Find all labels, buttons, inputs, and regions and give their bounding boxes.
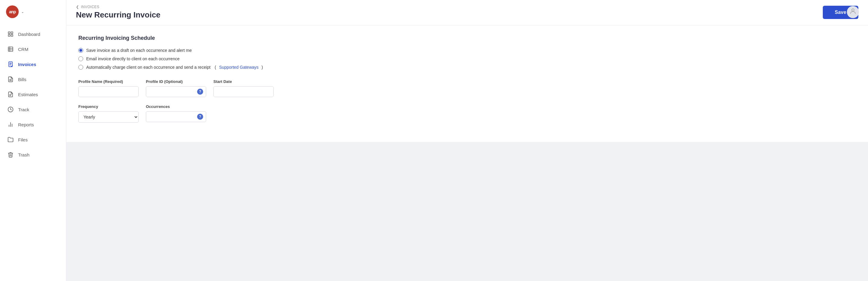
- radio-email-label: Email invoice directly to client on each…: [86, 56, 180, 61]
- svg-rect-4: [8, 47, 13, 52]
- sidebar-item-label-files: Files: [18, 137, 28, 142]
- radio-group: Save invoice as a draft on each occurren…: [79, 48, 856, 70]
- sidebar-item-files[interactable]: Files: [0, 132, 66, 147]
- sidebar-item-trash[interactable]: Trash: [0, 147, 66, 162]
- avatar-icon: [849, 7, 857, 17]
- sidebar-item-label-crm: CRM: [18, 47, 28, 52]
- profile-name-input[interactable]: [79, 86, 138, 97]
- radio-option-email[interactable]: Email invoice directly to client on each…: [79, 56, 856, 61]
- logo-icon: anp: [6, 5, 19, 18]
- invoices-icon: [7, 61, 14, 67]
- svg-rect-3: [11, 35, 13, 36]
- main-wrapper: ❮ INVOICES New Recurring Invoice Save Re…: [66, 0, 868, 281]
- estimates-icon: [7, 91, 14, 98]
- profile-name-label: Profile Name (Required): [79, 79, 138, 84]
- user-avatar[interactable]: [847, 6, 859, 18]
- occurrences-help-icon[interactable]: ?: [197, 114, 203, 120]
- profile-id-field-group: Profile ID (Optional) ?: [146, 79, 206, 97]
- frequency-field-group: Frequency Yearly Monthly Weekly Daily: [79, 104, 138, 123]
- sidebar-item-bills[interactable]: Bills: [0, 72, 66, 87]
- sidebar-item-label-trash: Trash: [18, 152, 30, 157]
- breadcrumb-label: INVOICES: [81, 5, 99, 9]
- sidebar-item-label-track: Track: [18, 107, 29, 112]
- files-icon: [7, 136, 14, 143]
- section-title: Recurring Invoicing Schedule: [79, 35, 856, 41]
- track-icon: [7, 106, 14, 113]
- start-date-field-group: Start Date 2020-06-23: [213, 79, 274, 97]
- logo-chevron-icon: ⌄: [21, 10, 24, 14]
- sidebar-item-label-invoices: Invoices: [18, 62, 36, 67]
- profile-name-field-group: Profile Name (Required): [79, 79, 138, 97]
- bills-icon: [7, 76, 14, 83]
- fields-row-1: Profile Name (Required) Profile ID (Opti…: [79, 79, 856, 97]
- fields-row-2: Frequency Yearly Monthly Weekly Daily Oc…: [79, 104, 856, 123]
- sidebar-item-invoices[interactable]: Invoices: [0, 57, 66, 72]
- radio-draft-input[interactable]: [79, 48, 83, 53]
- svg-rect-2: [8, 35, 10, 36]
- sidebar-item-dashboard[interactable]: Dashboard: [0, 27, 66, 41]
- sidebar-item-track[interactable]: Track: [0, 102, 66, 117]
- page-header: ❮ INVOICES New Recurring Invoice Save: [66, 0, 868, 25]
- dashboard-icon: [7, 31, 14, 37]
- sidebar-item-label-dashboard: Dashboard: [18, 32, 40, 37]
- sidebar-item-label-reports: Reports: [18, 122, 34, 127]
- radio-charge-input[interactable]: [79, 65, 83, 70]
- sidebar: anp ⌄ Dashboard CRM: [0, 0, 66, 281]
- sidebar-item-crm[interactable]: CRM: [0, 41, 66, 57]
- occurrences-label: Occurrences: [146, 104, 206, 109]
- breadcrumb: ❮ INVOICES: [76, 5, 160, 9]
- supported-gateways-link[interactable]: Supported Gateways: [219, 65, 258, 70]
- sidebar-item-estimates[interactable]: Estimates: [0, 87, 66, 102]
- reports-icon: [7, 121, 14, 128]
- sidebar-nav: Dashboard CRM Invoices: [0, 24, 66, 281]
- occurrences-field-group: Occurrences 0 ?: [146, 104, 206, 122]
- sidebar-item-reports[interactable]: Reports: [0, 117, 66, 132]
- svg-point-20: [852, 9, 854, 11]
- page-title: New Recurring Invoice: [76, 10, 160, 20]
- form-section: Recurring Invoicing Schedule Save invoic…: [66, 25, 868, 142]
- radio-option-draft[interactable]: Save invoice as a draft on each occurren…: [79, 48, 856, 53]
- radio-option-charge[interactable]: Automatically charge client on each occu…: [79, 65, 856, 70]
- start-date-label: Start Date: [213, 79, 274, 84]
- profile-id-label: Profile ID (Optional): [146, 79, 206, 84]
- breadcrumb-chevron-icon: ❮: [76, 5, 79, 9]
- occurrences-input-wrapper: 0 ?: [146, 111, 206, 122]
- sidebar-item-label-estimates: Estimates: [18, 92, 38, 97]
- header-left: ❮ INVOICES New Recurring Invoice: [76, 5, 160, 20]
- svg-rect-0: [8, 32, 10, 34]
- radio-charge-label: Automatically charge client on each occu…: [86, 65, 210, 70]
- svg-rect-1: [11, 32, 13, 34]
- radio-draft-label: Save invoice as a draft on each occurren…: [86, 48, 192, 53]
- sidebar-item-label-bills: Bills: [18, 77, 27, 82]
- content-area: Recurring Invoicing Schedule Save invoic…: [66, 25, 868, 281]
- logo-button[interactable]: anp ⌄: [0, 0, 66, 24]
- trash-icon: [7, 151, 14, 158]
- radio-email-input[interactable]: [79, 56, 83, 61]
- frequency-select[interactable]: Yearly Monthly Weekly Daily: [79, 111, 138, 123]
- profile-id-help-icon[interactable]: ?: [197, 89, 203, 95]
- start-date-input[interactable]: 2020-06-23: [213, 86, 274, 97]
- profile-id-input-wrapper: ?: [146, 86, 206, 97]
- crm-icon: [7, 46, 14, 53]
- frequency-label: Frequency: [79, 104, 138, 109]
